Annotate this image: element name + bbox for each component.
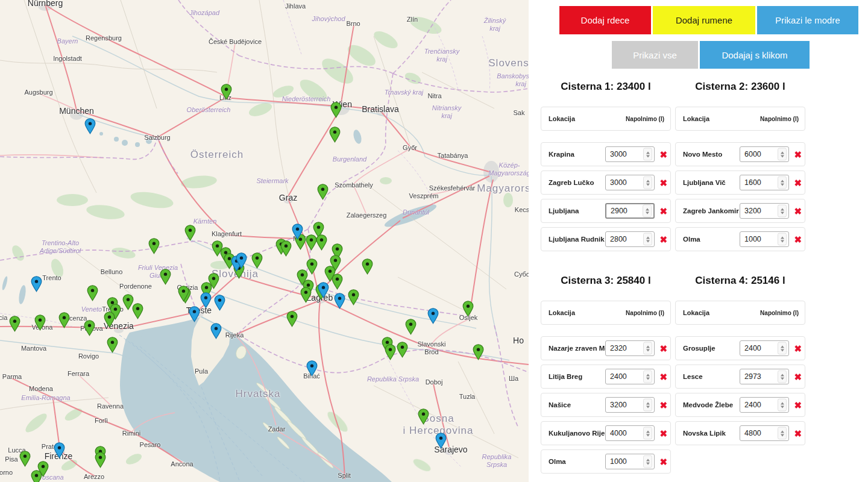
number-stepper[interactable]: [778, 427, 787, 440]
stepper-down-icon[interactable]: [646, 434, 650, 436]
add-red-button[interactable]: Dodaj rdece: [559, 6, 651, 34]
fill-amount-input[interactable]: 2400: [740, 340, 789, 356]
fill-amount-input[interactable]: 2973: [740, 369, 789, 384]
map-pin-green[interactable]: [286, 311, 298, 327]
number-stepper[interactable]: [643, 148, 652, 161]
stepper-up-icon[interactable]: [646, 151, 650, 154]
show-all-button[interactable]: Prikazi vse: [612, 41, 698, 69]
map-pin-blue[interactable]: [306, 360, 318, 377]
stepper-up-icon[interactable]: [781, 180, 784, 182]
stepper-up-icon[interactable]: [646, 180, 650, 182]
stepper-down-icon[interactable]: [646, 405, 650, 408]
map-pin-green[interactable]: [9, 316, 20, 332]
delete-row-button[interactable]: ✖: [659, 429, 667, 438]
number-stepper[interactable]: [643, 342, 652, 355]
map-pin-green[interactable]: [184, 225, 196, 241]
stepper-down-icon[interactable]: [646, 240, 650, 242]
fill-amount-input[interactable]: 4800: [740, 425, 789, 441]
stepper-up-icon[interactable]: [646, 459, 650, 461]
map-pin-green[interactable]: [84, 320, 95, 336]
map-pin-green[interactable]: [405, 319, 417, 335]
stepper-down-icon[interactable]: [781, 434, 784, 436]
number-stepper[interactable]: [643, 177, 652, 189]
delete-row-button[interactable]: ✖: [659, 401, 667, 410]
map-pin-green[interactable]: [31, 470, 42, 482]
delete-row-button[interactable]: ✖: [659, 344, 667, 353]
number-stepper[interactable]: [643, 371, 652, 383]
number-stepper[interactable]: [778, 342, 787, 355]
map-pin-green[interactable]: [160, 269, 171, 285]
fill-amount-input[interactable]: 2400: [605, 369, 655, 384]
stepper-up-icon[interactable]: [781, 374, 784, 376]
stepper-up-icon[interactable]: [646, 374, 650, 376]
stepper-down-icon[interactable]: [781, 377, 784, 380]
number-stepper[interactable]: [643, 233, 652, 246]
map-pin-green[interactable]: [251, 252, 263, 269]
stepper-up-icon[interactable]: [781, 208, 784, 210]
stepper-up-icon[interactable]: [646, 236, 650, 239]
delete-row-button[interactable]: ✖: [794, 401, 802, 410]
number-stepper[interactable]: [778, 371, 787, 383]
fill-amount-input[interactable]: 2800: [605, 231, 655, 247]
map-pin-green[interactable]: [34, 315, 46, 331]
map-pin-blue[interactable]: [210, 323, 222, 339]
map-pin-green[interactable]: [19, 451, 31, 467]
map-pin-green[interactable]: [178, 286, 189, 302]
delete-row-button[interactable]: ✖: [794, 150, 802, 159]
number-stepper[interactable]: [778, 205, 787, 218]
delete-row-button[interactable]: ✖: [794, 429, 802, 438]
add-yellow-button[interactable]: Dodaj rumene: [653, 6, 755, 34]
map-panel[interactable]: {"":""}: [0, 0, 529, 482]
stepper-down-icon[interactable]: [646, 211, 649, 214]
map-pin-green[interactable]: [221, 84, 232, 100]
map-pin-green[interactable]: [87, 285, 98, 301]
stepper-down-icon[interactable]: [646, 462, 650, 465]
map-pin-green[interactable]: [330, 102, 342, 118]
number-stepper[interactable]: [778, 233, 787, 246]
map-pin-blue[interactable]: [189, 306, 200, 322]
show-only-blue-button[interactable]: Prikazi le modre: [757, 6, 858, 34]
map-pin-blue[interactable]: [427, 308, 439, 324]
delete-row-button[interactable]: ✖: [794, 372, 802, 381]
map-pin-green[interactable]: [397, 342, 408, 358]
map-pin-green[interactable]: [418, 408, 429, 425]
map-pin-green[interactable]: [473, 344, 484, 360]
map-pin-green[interactable]: [148, 238, 160, 254]
fill-amount-input[interactable]: 4000: [605, 425, 655, 441]
map-pin-blue[interactable]: [435, 433, 447, 449]
fill-amount-input[interactable]: 1000: [605, 454, 655, 469]
delete-row-button[interactable]: ✖: [794, 344, 802, 353]
stepper-up-icon[interactable]: [646, 430, 650, 433]
map-pin-blue[interactable]: [292, 224, 303, 240]
map-pin-green[interactable]: [329, 127, 341, 143]
stepper-down-icon[interactable]: [646, 183, 650, 186]
stepper-up-icon[interactable]: [781, 345, 784, 348]
fill-amount-input[interactable]: 2320: [605, 340, 655, 356]
number-stepper[interactable]: [778, 177, 787, 189]
delete-row-button[interactable]: ✖: [794, 207, 802, 216]
fill-amount-input[interactable]: 2900: [605, 203, 655, 219]
stepper-up-icon[interactable]: [781, 236, 784, 239]
delete-row-button[interactable]: ✖: [659, 150, 667, 159]
fill-amount-input[interactable]: 6000: [740, 146, 789, 162]
number-stepper[interactable]: [643, 205, 652, 218]
map-pin-green[interactable]: [95, 452, 106, 468]
map-pin-green[interactable]: [332, 274, 343, 290]
fill-amount-input[interactable]: 3200: [740, 203, 789, 219]
map-pin-blue[interactable]: [214, 295, 225, 311]
stepper-down-icon[interactable]: [781, 405, 784, 408]
delete-row-button[interactable]: ✖: [794, 178, 802, 187]
map-pin-green[interactable]: [362, 258, 373, 275]
map-pin-green[interactable]: [58, 312, 70, 328]
map-pin-green[interactable]: [462, 301, 474, 317]
map-pin-green[interactable]: [132, 303, 143, 319]
stepper-down-icon[interactable]: [646, 349, 650, 351]
number-stepper[interactable]: [643, 455, 652, 468]
stepper-down-icon[interactable]: [781, 349, 784, 351]
delete-row-button[interactable]: ✖: [659, 178, 667, 187]
number-stepper[interactable]: [643, 427, 652, 440]
fill-amount-input[interactable]: 3000: [605, 146, 655, 162]
stepper-up-icon[interactable]: [781, 151, 784, 154]
delete-row-button[interactable]: ✖: [659, 457, 667, 466]
stepper-down-icon[interactable]: [781, 211, 784, 214]
